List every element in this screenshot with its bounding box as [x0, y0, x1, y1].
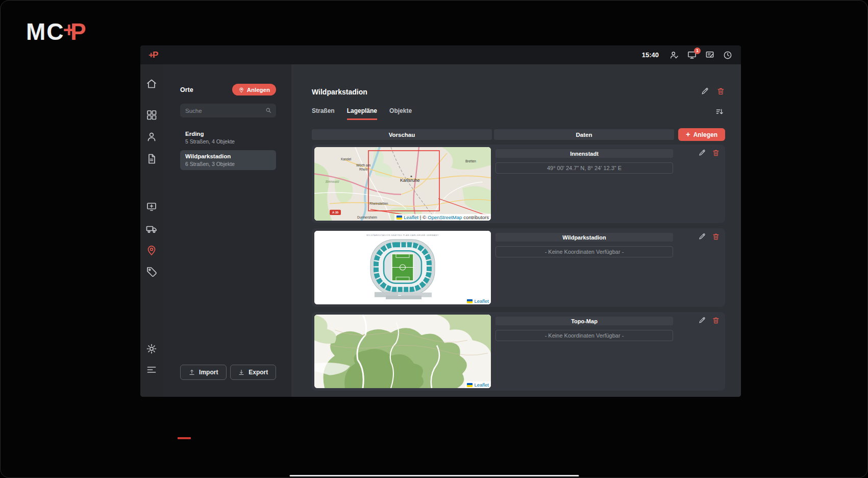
monitor-icon[interactable]: 1: [687, 50, 697, 60]
attribution-contributors: contributors: [463, 214, 489, 220]
home-icon[interactable]: [145, 78, 158, 90]
app-logo: + P: [148, 50, 157, 60]
place-item-wildparkstadion[interactable]: Wildparkstadion 6 Straßen, 3 Objekte: [180, 150, 276, 170]
tab-lageplaene[interactable]: Lagepläne: [347, 107, 377, 120]
leaflet-link[interactable]: Leaflet: [404, 214, 418, 220]
app-logo-plus: +: [148, 50, 153, 60]
truck-icon[interactable]: [145, 223, 158, 235]
protocol-icon[interactable]: [705, 50, 715, 60]
dashboard-icon[interactable]: [145, 109, 158, 121]
layout-data: Topo-Map - Keine Koordinaten Verfügbar -: [495, 317, 673, 341]
delete-layout-icon[interactable]: [712, 316, 720, 324]
brand-p: P: [70, 18, 86, 45]
map-label-durmersheim: Durmersheim: [357, 216, 377, 219]
places-panel: Orte Anlegen Erding 5 Straßen, 4 Objekte: [163, 64, 291, 397]
window-body: Orte Anlegen Erding 5 Straßen, 4 Objekte: [140, 64, 741, 397]
users-icon[interactable]: [145, 131, 158, 143]
ukraine-flag-icon: [467, 383, 473, 387]
map-preview-topo[interactable]: Leaflet: [314, 315, 491, 388]
download-icon: [238, 369, 245, 376]
map-label-karlsruhe: Karlsruhe: [400, 178, 419, 183]
clock-time: 15:40: [642, 51, 659, 59]
sort-icon[interactable]: [715, 107, 724, 116]
layout-row-wildparkstadion: WILDPARKSTADION SEATING PLAN KARLSRUHE G…: [312, 228, 725, 307]
plus-icon: +: [686, 130, 690, 138]
layout-data: Innenstadt 49° 00' 24.7" N, 8° 24' 12.3"…: [495, 149, 673, 174]
import-label: Import: [199, 369, 218, 376]
create-layout-button[interactable]: + Anlegen: [678, 128, 725, 141]
delete-layout-icon[interactable]: [712, 149, 720, 157]
upload-icon: [188, 369, 195, 376]
title-actions: [701, 87, 725, 95]
layout-coordinates: - Keine Koordinaten Verfügbar -: [495, 330, 673, 341]
topbar-icons: 1: [669, 50, 733, 60]
edit-layout-icon[interactable]: [698, 149, 706, 157]
row-actions: [698, 316, 720, 324]
stadium-plan-graphic: WILDPARKSTADION SEATING PLAN KARLSRUHE G…: [314, 231, 491, 304]
map-label-bretten: Bretten: [465, 159, 476, 163]
notification-badge: 1: [694, 47, 701, 54]
map-label-woerth-2: Rhein: [359, 168, 368, 171]
layout-list: Kandel Wörth am Rhein Karlsruhe Bretten …: [312, 145, 725, 391]
map-attribution: Leaflet: [465, 298, 491, 304]
app-window: + P 15:40 1: [140, 45, 741, 397]
row-actions: [698, 232, 720, 241]
places-title: Orte: [180, 86, 193, 93]
menu-icon[interactable]: [145, 364, 158, 376]
place-name: Erding: [185, 130, 271, 138]
layout-row-innenstadt: Kandel Wörth am Rhein Karlsruhe Bretten …: [312, 145, 725, 223]
search-icon: [264, 106, 272, 114]
column-vorschau: Vorschau: [312, 129, 492, 140]
place-meta: 5 Straßen, 4 Objekte: [185, 138, 271, 145]
places-panel-footer: Import Export: [180, 365, 276, 380]
tags-icon[interactable]: [145, 266, 158, 278]
edit-layout-icon[interactable]: [698, 232, 706, 241]
create-place-button[interactable]: Anlegen: [232, 84, 276, 95]
desktop-screen: MC + P + P 15:40 1: [0, 0, 868, 478]
main-content: Wildparkstadion Straßen Lagepläne Objekt…: [291, 64, 741, 397]
app-logo-p: P: [153, 50, 157, 60]
documents-icon[interactable]: [145, 153, 158, 165]
user-check-icon[interactable]: [669, 50, 679, 60]
map-preview-osm[interactable]: Kandel Wörth am Rhein Karlsruhe Bretten …: [314, 147, 491, 221]
export-button[interactable]: Export: [230, 365, 277, 380]
add-device-icon[interactable]: [145, 201, 158, 213]
export-label: Export: [249, 369, 268, 376]
attribution-separator: |: [420, 214, 421, 220]
leaflet-link[interactable]: Leaflet: [474, 298, 489, 304]
layout-name: Wildparkstadion: [495, 233, 673, 242]
attribution-copyright: ©: [423, 214, 426, 220]
nav-iconbar: [140, 64, 163, 397]
places-panel-header: Orte Anlegen: [180, 84, 276, 95]
layout-name: Topo-Map: [495, 317, 673, 325]
layout-coordinates: 49° 00' 24.7" N, 8° 24' 12.3" E: [495, 162, 673, 174]
settings-gear-icon[interactable]: [145, 343, 158, 355]
search-input[interactable]: [180, 104, 276, 117]
layout-coordinates: - Keine Koordinaten Verfügbar -: [495, 246, 673, 257]
brand-mc: MC: [26, 18, 65, 45]
layout-name: Innenstadt: [495, 149, 673, 158]
edit-layout-icon[interactable]: [698, 316, 706, 324]
edit-place-icon[interactable]: [701, 87, 709, 95]
import-button[interactable]: Import: [180, 365, 227, 380]
delete-layout-icon[interactable]: [712, 232, 720, 241]
create-layout-label: Anlegen: [693, 131, 717, 138]
place-name: Wildparkstadion: [185, 153, 271, 160]
place-item-erding[interactable]: Erding 5 Straßen, 4 Objekte: [180, 128, 276, 148]
ukraine-flag-icon: [396, 216, 402, 220]
map-preview-stadium[interactable]: WILDPARKSTADION SEATING PLAN KARLSRUHE G…: [314, 231, 491, 304]
map-label-bienwald: Bienwald: [326, 180, 339, 183]
leaflet-link[interactable]: Leaflet: [474, 382, 489, 388]
create-place-label: Anlegen: [247, 87, 270, 93]
delete-place-icon[interactable]: [716, 87, 725, 95]
tab-strassen[interactable]: Straßen: [312, 107, 335, 120]
locations-pin-icon[interactable]: [145, 244, 158, 256]
map-label-rheinstetten: Rheinstetten: [369, 202, 388, 205]
home-indicator-bar: [289, 475, 579, 476]
map-label-woerth-1: Wörth am: [356, 163, 370, 167]
clock-icon[interactable]: [723, 50, 733, 60]
tab-objekte[interactable]: Objekte: [389, 107, 412, 120]
layout-data: Wildparkstadion - Keine Koordinaten Verf…: [495, 233, 673, 257]
osm-link[interactable]: OpenStreetMap: [428, 214, 462, 220]
red-marker: [178, 437, 191, 439]
